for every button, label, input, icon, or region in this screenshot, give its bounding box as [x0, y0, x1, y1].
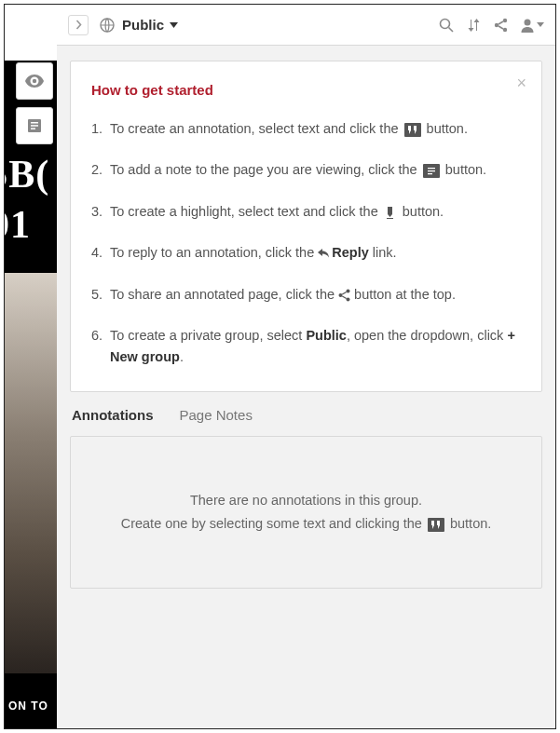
- svg-point-11: [525, 19, 531, 25]
- svg-point-9: [495, 22, 499, 26]
- help-panel-wrap: × How to get started To create an annota…: [57, 46, 555, 401]
- group-label: Public: [122, 17, 164, 33]
- close-button[interactable]: ×: [516, 75, 526, 91]
- tabs: Annotations Page Notes: [57, 401, 555, 436]
- empty-state: There are no annotations in this group. …: [70, 436, 542, 588]
- topbar-actions: [439, 18, 544, 33]
- highlight-icon: [384, 206, 397, 220]
- app-frame: SB( 01 ON TO Public: [4, 4, 556, 729]
- topbar: Public: [57, 5, 555, 46]
- svg-point-0: [33, 79, 36, 83]
- globe-icon: [100, 18, 115, 33]
- bg-image-area: [5, 273, 57, 673]
- chevron-right-icon: [75, 20, 82, 30]
- search-button[interactable]: [439, 18, 454, 33]
- step-4: To reply to an annotation, click the Rep…: [91, 242, 521, 263]
- svg-point-16: [339, 293, 343, 297]
- note-icon: [423, 164, 440, 178]
- annotate-icon: [428, 518, 444, 532]
- sort-button[interactable]: [467, 18, 481, 33]
- left-column: SB( 01 ON TO: [5, 5, 57, 728]
- step-5: To share an annotated page, click the bu…: [91, 284, 521, 305]
- search-icon: [439, 18, 454, 33]
- eye-icon: [25, 75, 44, 88]
- svg-rect-12: [428, 168, 435, 169]
- step-3: To create a highlight, select text and c…: [91, 201, 521, 222]
- caret-down-icon: [170, 22, 178, 28]
- share-icon: [338, 289, 350, 302]
- share-button[interactable]: [494, 18, 508, 33]
- annotate-icon: [404, 123, 421, 137]
- svg-point-17: [347, 298, 350, 302]
- bg-text-2: 01: [4, 202, 31, 247]
- step-1: To create an annotation, select text and…: [91, 118, 521, 139]
- empty-line-2: Create one by selecting some text and cl…: [89, 512, 523, 536]
- svg-point-15: [347, 290, 350, 293]
- step-6: To create a private group, select Public…: [91, 325, 521, 367]
- user-icon: [521, 18, 534, 33]
- card-title: How to get started: [91, 82, 521, 98]
- bg-footer-text: ON TO: [5, 693, 57, 719]
- svg-rect-13: [428, 170, 435, 171]
- new-page-note-button[interactable]: [16, 107, 53, 144]
- tab-page-notes[interactable]: Page Notes: [180, 407, 253, 423]
- note-icon: [27, 118, 42, 133]
- help-card: × How to get started To create an annota…: [70, 61, 542, 392]
- toggle-visibility-button[interactable]: [16, 62, 53, 100]
- bg-text-1: SB(: [4, 152, 49, 197]
- svg-point-10: [503, 27, 507, 31]
- svg-rect-3: [31, 125, 38, 127]
- share-icon: [494, 18, 508, 33]
- svg-rect-2: [31, 122, 38, 124]
- steps-list: To create an annotation, select text and…: [91, 118, 521, 367]
- user-menu[interactable]: [521, 18, 544, 33]
- svg-rect-14: [428, 173, 432, 174]
- svg-rect-4: [31, 128, 35, 129]
- svg-line-7: [449, 27, 454, 32]
- sidebar-panel: Public: [57, 5, 555, 728]
- empty-line-1: There are no annotations in this group.: [89, 489, 523, 512]
- group-selector[interactable]: Public: [122, 17, 178, 33]
- collapse-button[interactable]: [68, 15, 89, 35]
- caret-down-icon: [537, 22, 544, 27]
- side-toolbar: [16, 62, 53, 152]
- svg-point-6: [441, 19, 450, 28]
- sort-icon: [467, 18, 481, 33]
- step-2: To add a note to the page you are viewin…: [91, 159, 521, 180]
- svg-point-8: [503, 18, 507, 21]
- tab-annotations[interactable]: Annotations: [72, 407, 154, 423]
- reply-arrow-icon: [318, 249, 329, 259]
